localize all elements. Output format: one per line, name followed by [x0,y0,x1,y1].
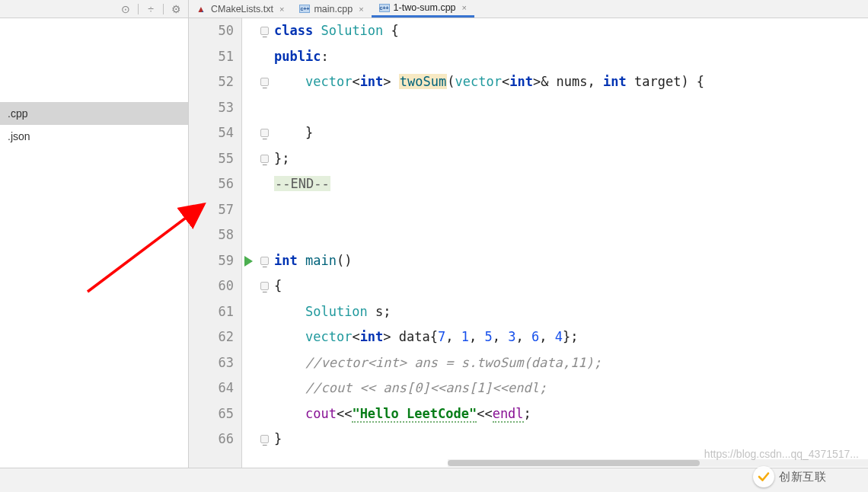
focus-icon[interactable]: ⊙ [120,3,132,15]
fold-gutter [259,18,271,492]
code-line[interactable]: vector<int> twoSum(vector<int>& nums, in… [274,69,868,95]
editor-tab[interactable]: c++1-two-sum.cpp× [372,0,474,18]
watermark-brand: 创新互联 [779,470,826,484]
code-line[interactable]: Solution s; [274,299,868,325]
fold-toggle-icon[interactable] [260,435,269,443]
code-line[interactable] [274,95,868,121]
line-number: 50 [189,18,234,44]
editor-tab[interactable]: CMakeLists.txt× [189,0,292,18]
line-number: 52 [189,69,234,95]
line-number: 54 [189,120,234,146]
code-content[interactable]: class Solution {public: vector<int> twoS… [271,18,868,492]
file-tree-item[interactable]: .json [0,125,188,148]
cmake-icon [196,4,207,14]
line-number: 59 [189,248,234,274]
code-line[interactable]: } [274,120,868,146]
line-number: 56 [189,171,234,197]
cpp-icon: c++ [379,4,390,12]
line-number: 55 [189,146,234,172]
close-icon[interactable]: × [279,5,284,14]
code-line[interactable]: { [274,273,868,299]
line-number: 53 [189,95,234,121]
file-tree[interactable]: .cpp.json [0,18,188,492]
line-number: 66 [189,427,234,452]
fold-toggle-icon[interactable] [260,27,269,35]
fold-toggle-icon[interactable] [260,282,269,290]
code-line[interactable] [274,222,868,248]
cpp-icon: c++ [299,5,310,13]
close-icon[interactable]: × [462,3,467,12]
watermark-url: https://blog.csdn...qq_4371517... [704,448,859,460]
code-line[interactable]: public: [274,44,868,70]
tab-label: main.cpp [314,4,353,14]
line-number: 58 [189,222,234,248]
gear-icon[interactable]: ⚙ [170,3,182,15]
file-tree-item[interactable]: .cpp [0,102,188,125]
code-line[interactable]: class Solution { [274,18,868,44]
code-line[interactable]: --END-- [274,171,868,197]
line-number: 63 [189,350,234,376]
line-number: 57 [189,197,234,223]
code-line[interactable]: }; [274,146,868,172]
fold-toggle-icon[interactable] [260,78,269,86]
close-icon[interactable]: × [359,5,363,14]
code-line[interactable]: //vector<int> ans = s.twoSum(data,11); [274,350,868,376]
code-line[interactable] [274,197,868,223]
line-number: 64 [189,375,234,401]
line-number: 65 [189,401,234,427]
tab-bar: CMakeLists.txt×c++main.cpp×c++1-two-sum.… [189,0,868,18]
line-number-gutter: 5051525354555657585960616263646566 [189,18,242,492]
code-line[interactable]: cout<<"Hello LeetCode"<<endl; [274,401,868,427]
line-number: 51 [189,44,234,70]
fold-toggle-icon[interactable] [260,257,269,265]
editor-tab[interactable]: c++main.cpp× [292,0,371,18]
line-number: 61 [189,299,234,325]
fold-toggle-icon[interactable] [260,155,269,163]
line-number: 62 [189,324,234,350]
run-icon[interactable] [244,256,253,267]
watermark-logo: 创新互联 [753,466,826,487]
project-sidebar: ⊙ ÷ ⚙ .cpp.json [0,0,189,492]
tab-label: 1-two-sum.cpp [394,2,456,13]
line-number: 60 [189,273,234,299]
tab-label: CMakeLists.txt [211,4,273,14]
code-line[interactable]: int main() [274,248,868,274]
sidebar-toolbar: ⊙ ÷ ⚙ [0,0,188,18]
code-line[interactable]: //cout << ans[0]<<ans[1]<<endl; [274,375,868,401]
collapse-icon[interactable]: ÷ [145,3,157,15]
fold-toggle-icon[interactable] [260,129,269,137]
code-line[interactable]: vector<int> data{7, 1, 5, 3, 6, 4}; [274,324,868,350]
status-bar [0,468,868,492]
code-editor[interactable]: 5051525354555657585960616263646566 class… [189,18,868,492]
run-gutter [242,18,259,492]
